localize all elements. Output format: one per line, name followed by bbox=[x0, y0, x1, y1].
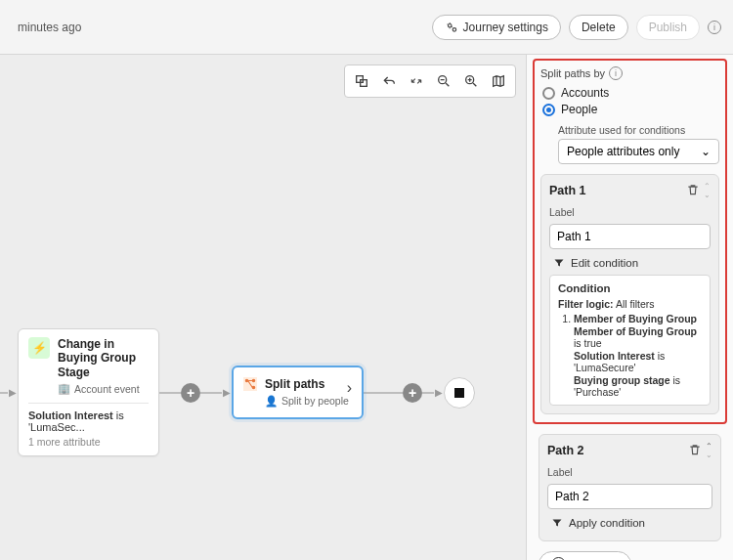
split-paths-node[interactable]: Split paths 👤 Split by people › bbox=[232, 366, 364, 418]
publish-button: Publish bbox=[636, 15, 700, 40]
svg-point-1 bbox=[453, 27, 456, 30]
split-by-header: Split paths by i bbox=[540, 66, 719, 80]
canvas-toolbar bbox=[344, 65, 516, 98]
path-2-head: Path 2 bbox=[547, 444, 584, 457]
path-1-head: Path 1 bbox=[549, 184, 586, 197]
event-node[interactable]: ⚡ Change in Buying Group Stage 🏢 Account… bbox=[18, 328, 159, 456]
condition-title: Condition bbox=[558, 282, 702, 294]
map-tool-icon[interactable] bbox=[486, 69, 511, 93]
attr-condition-value: People attributes only bbox=[567, 145, 679, 158]
move-down-icon[interactable]: ⌄ bbox=[706, 452, 712, 458]
svg-point-6 bbox=[245, 380, 247, 382]
edit-condition-label: Edit condition bbox=[571, 257, 638, 269]
svg-point-0 bbox=[448, 23, 452, 27]
bolt-icon: ⚡ bbox=[28, 337, 50, 359]
zoom-in-tool-icon[interactable] bbox=[458, 69, 484, 93]
undo-tool-icon[interactable] bbox=[376, 69, 402, 93]
event-node-subtitle: 🏢 Account event bbox=[58, 382, 149, 395]
delete-label: Delete bbox=[582, 21, 616, 34]
last-modified: minutes ago bbox=[12, 21, 81, 34]
svg-point-8 bbox=[252, 387, 254, 389]
add-node-button[interactable]: + bbox=[403, 383, 422, 403]
arrow-icon: ▶ bbox=[223, 387, 231, 398]
move-up-icon[interactable]: ⌃ bbox=[706, 443, 712, 450]
publish-label: Publish bbox=[649, 21, 687, 34]
person-icon: 👤 bbox=[265, 395, 278, 408]
path-1-label-text: Label bbox=[549, 206, 711, 218]
path-1-block: Path 1 ⌃⌄ Label Edit condition Condition… bbox=[540, 174, 719, 414]
zoom-out-tool-icon[interactable] bbox=[431, 69, 456, 93]
building-icon: 🏢 bbox=[58, 382, 70, 395]
split-icon bbox=[243, 377, 257, 391]
chevron-down-icon: ⌄ bbox=[701, 145, 711, 158]
trash-icon[interactable] bbox=[688, 443, 702, 458]
end-node[interactable] bbox=[444, 377, 475, 409]
svg-point-7 bbox=[252, 380, 254, 382]
attr-condition-select[interactable]: People attributes only ⌄ bbox=[558, 139, 719, 164]
filter-icon bbox=[553, 257, 565, 269]
arrow-icon: ▶ bbox=[435, 387, 443, 398]
radio-selected-icon bbox=[542, 104, 555, 116]
radio-people-label: People bbox=[561, 103, 597, 116]
collapse-tool-icon[interactable] bbox=[404, 69, 429, 93]
arrow-icon: ▶ bbox=[9, 387, 17, 398]
add-path-button[interactable]: + Add path bbox=[539, 551, 631, 560]
copy-tool-icon[interactable] bbox=[349, 69, 374, 93]
radio-accounts-label: Accounts bbox=[561, 86, 609, 100]
apply-condition-label: Apply condition bbox=[569, 517, 645, 529]
journey-settings-label: Journey settings bbox=[463, 21, 548, 34]
split-node-title: Split paths bbox=[265, 377, 349, 391]
radio-people[interactable]: People bbox=[542, 103, 719, 116]
move-up-icon[interactable]: ⌃ bbox=[704, 183, 711, 190]
attr-condition-label: Attribute used for conditions bbox=[558, 124, 719, 136]
event-attr-line: Solution Interest is 'LumaSec... bbox=[28, 409, 149, 433]
move-down-icon[interactable]: ⌄ bbox=[704, 192, 711, 198]
journey-canvas[interactable]: ▶ ⚡ Change in Buying Group Stage 🏢 Accou… bbox=[0, 55, 526, 560]
radio-icon bbox=[542, 87, 555, 100]
journey-settings-button[interactable]: Journey settings bbox=[432, 15, 561, 40]
condition-item: Member of Buying Group Member of Buying … bbox=[574, 313, 702, 398]
stop-icon bbox=[454, 388, 464, 398]
split-node-subtitle: 👤 Split by people bbox=[265, 395, 349, 408]
highlighted-region: Split paths by i Accounts People Attribu… bbox=[533, 59, 727, 424]
edit-condition-link[interactable]: Edit condition bbox=[553, 257, 707, 269]
add-node-button[interactable]: + bbox=[181, 383, 200, 403]
radio-accounts[interactable]: Accounts bbox=[542, 86, 719, 100]
path-1-label-input[interactable] bbox=[549, 224, 711, 249]
path-2-label-text: Label bbox=[547, 466, 712, 478]
path-2-block: Path 2 ⌃⌄ Label Apply condition bbox=[539, 434, 721, 541]
condition-summary: Condition Filter logic: All filters Memb… bbox=[549, 275, 711, 406]
trash-icon[interactable] bbox=[686, 183, 700, 198]
properties-panel: Split paths by i Accounts People Attribu… bbox=[526, 55, 733, 560]
apply-condition-link[interactable]: Apply condition bbox=[551, 517, 709, 529]
gear-icon bbox=[445, 21, 458, 34]
path-2-label-input[interactable] bbox=[547, 484, 712, 509]
info-icon[interactable]: i bbox=[609, 66, 623, 80]
chevron-right-icon: › bbox=[347, 379, 352, 397]
info-icon[interactable]: i bbox=[708, 21, 721, 34]
event-more-attr: 1 more attribute bbox=[28, 436, 149, 448]
filter-icon bbox=[551, 517, 563, 529]
event-node-title: Change in Buying Group Stage bbox=[58, 337, 149, 379]
filter-logic: Filter logic: All filters bbox=[558, 298, 702, 310]
delete-button[interactable]: Delete bbox=[569, 15, 628, 40]
